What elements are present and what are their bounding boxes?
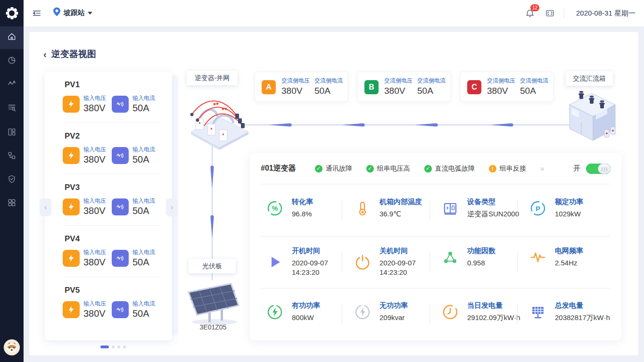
check-circle-icon: ✓: [366, 165, 374, 173]
activity-icon: [7, 79, 17, 90]
more-statuses-icon[interactable]: »: [540, 165, 545, 173]
page-dot-active[interactable]: [100, 346, 109, 348]
clock-icon: [441, 303, 460, 321]
sidebar-item-apps[interactable]: [0, 192, 24, 215]
page-dot[interactable]: [117, 346, 120, 348]
phase-a-badge: A: [262, 80, 276, 94]
active-power-icon: [265, 303, 284, 321]
phase-c-badge: C: [467, 80, 481, 94]
check-circle-icon: ✓: [315, 165, 322, 173]
chevron-down-icon: [88, 12, 92, 15]
pulse-icon: [528, 248, 547, 267]
device-cabinet-icon: [441, 199, 460, 218]
voltage-bolt-icon: [63, 96, 80, 113]
status-item: !组串反接: [489, 165, 526, 173]
inverter-illustration: [186, 87, 250, 151]
combiner-tag: 交流汇流箱: [566, 71, 613, 86]
inverter-tag: 逆变器-并网: [187, 71, 238, 85]
metric-rated-power: P 额定功率1029kW: [528, 197, 583, 219]
org-nodes-icon: [7, 151, 17, 162]
topbar: 坡跟站 12 2020-08-31 星期一: [24, 0, 644, 26]
svg-text:%: %: [272, 205, 278, 212]
metric-grid-frequency: 电网频率2.54Hz: [528, 247, 583, 268]
sidebar-item-security[interactable]: [0, 169, 24, 191]
status-item: ✓通讯故障: [315, 165, 352, 173]
pv-panel-code: 3E01Z05: [185, 323, 241, 331]
metric-power-factor: 功能因数0.958: [441, 247, 495, 268]
notification-badge: 12: [530, 4, 539, 11]
page-dot[interactable]: [123, 346, 126, 348]
sidebar-item-home[interactable]: [0, 26, 24, 49]
home-icon: [7, 32, 17, 43]
sidebar-item-monitoring[interactable]: [0, 74, 24, 96]
solar-panel-icon: [528, 303, 547, 321]
status-item: ✓组串电压高: [366, 165, 410, 173]
nodes-icon: [441, 248, 460, 267]
phase-card-a: A 交流侧电压380V 交流侧电流50A: [255, 72, 348, 102]
current-date: 2020-08-31 星期一: [576, 9, 636, 18]
sidebar-item-topology[interactable]: [0, 145, 24, 168]
metric-daily-generation: 当日发电量29102.09万kW·h: [441, 301, 520, 322]
current-wave-icon: [112, 301, 129, 318]
page-title-row: ‹ 逆变器视图: [43, 48, 96, 60]
station-selector[interactable]: 坡跟站: [53, 7, 92, 18]
metric-cabinet-temperature: 机箱内部温度36.9℃: [353, 197, 422, 219]
check-circle-icon: ✓: [424, 165, 432, 173]
svg-text:P: P: [536, 204, 540, 212]
status-item: ✓直流电弧故障: [424, 165, 475, 173]
voltage-bolt-icon: [63, 198, 80, 215]
pv-item: PV4 输入电压380V 输入电流50A: [45, 226, 172, 277]
conversion-rate-icon: %: [265, 199, 284, 218]
voltage-bolt-icon: [63, 301, 80, 318]
phase-card-b: B 交流侧电压380V 交流侧电流50A: [357, 72, 451, 102]
location-pin-icon: [53, 7, 61, 18]
pv-next-button[interactable]: ›: [166, 198, 178, 216]
pv-pagination: [100, 346, 126, 348]
sidebar-item-statistics[interactable]: [0, 50, 24, 73]
metric-startup-time: 开机时间2020-09-07 14:23:20: [265, 247, 345, 277]
user-avatar[interactable]: [4, 339, 20, 355]
pv-name: PV5: [65, 286, 80, 295]
pv-name: PV1: [65, 80, 80, 90]
pv-prev-button[interactable]: ‹: [40, 198, 51, 216]
pv-name: PV2: [65, 132, 80, 141]
pv-name: PV4: [65, 234, 80, 244]
phase-b-badge: B: [364, 80, 379, 94]
metric-active-power: 有功功率800kW: [265, 301, 320, 322]
pv-list-card: PV1 输入电压380V 输入电流50A PV2 输入电压380V 输入电流50…: [45, 72, 172, 340]
detail-title: #01逆变器: [261, 164, 296, 173]
current-wave-icon: [112, 250, 129, 267]
phase-card-c: C 交流侧电压380V 交流侧电流50A: [460, 72, 553, 102]
sidebar-item-layout[interactable]: [0, 122, 24, 144]
power-switch-group: 开: [573, 164, 611, 174]
metric-total-generation: 总发电量20382817万kW·h: [528, 301, 610, 322]
page-dot[interactable]: [112, 346, 115, 348]
metric-device-type: 设备类型逆变器SUN2000: [441, 197, 519, 219]
pie-chart-icon: [7, 56, 17, 67]
power-toggle[interactable]: [586, 164, 611, 174]
current-wave-icon: [112, 198, 129, 215]
voltage-bolt-icon: [63, 147, 80, 164]
collapse-menu-icon[interactable]: [31, 8, 41, 18]
metric-conversion-rate: % 转化率96.8%: [265, 197, 313, 219]
list-search-icon: [7, 103, 17, 114]
toggle-handle-icon: [598, 164, 611, 174]
ac-combiner-illustration: [565, 85, 619, 144]
rated-power-icon: P: [528, 199, 547, 218]
back-button[interactable]: ‹: [43, 49, 47, 59]
sidebar-item-logs[interactable]: [0, 97, 24, 120]
metric-row: 开机时间2020-09-07 14:23:20 关机时间2020-09-07 1…: [250, 236, 621, 288]
switch-label: 开: [573, 164, 580, 173]
shield-check-icon: [7, 174, 17, 186]
pv-item: PV2 输入电压380V 输入电流50A: [45, 123, 172, 174]
app-root: 坡跟站 12 2020-08-31 星期一 ‹ 逆变器视图 PV1 输入电压38…: [0, 0, 644, 362]
detail-header: #01逆变器 ✓通讯故障 ✓组串电压高 ✓直流电弧故障 !组串反接 » 开: [261, 153, 611, 184]
pv-item: PV1 输入电压380V 输入电流50A: [45, 72, 172, 123]
voltage-bolt-icon: [63, 250, 80, 267]
current-wave-icon: [112, 147, 129, 164]
reactive-power-icon: [353, 303, 372, 321]
warning-circle-icon: !: [489, 165, 496, 173]
fullscreen-icon[interactable]: [545, 8, 555, 18]
app-logo-icon[interactable]: [5, 6, 19, 20]
pv-item: PV3 输入电压380V 输入电流50A: [45, 174, 172, 226]
